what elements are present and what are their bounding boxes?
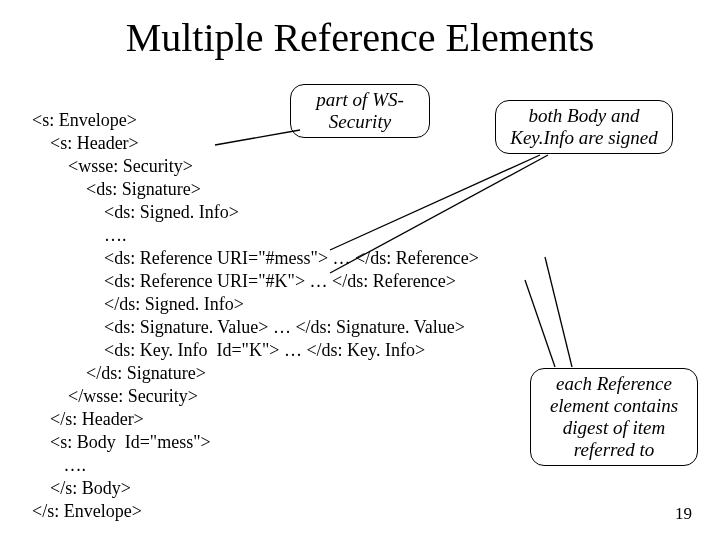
svg-line-3 — [545, 257, 572, 367]
code-line: <ds: Signature. Value> … </ds: Signature… — [32, 317, 465, 337]
code-line: <ds: Signature> — [32, 179, 201, 199]
slide: Multiple Reference Elements <s: Envelope… — [0, 0, 720, 540]
code-line: <s: Header> — [32, 133, 139, 153]
code-line: <ds: Signed. Info> — [32, 202, 239, 222]
svg-line-4 — [525, 280, 555, 367]
code-line: </s: Envelope> — [32, 501, 142, 521]
callout-each-reference: each Reference element contains digest o… — [530, 368, 698, 466]
code-line: </s: Header> — [32, 409, 144, 429]
code-line: <ds: Reference URI="#K"> … </ds: Referen… — [32, 271, 456, 291]
code-line: …. — [32, 455, 91, 475]
code-line: <ds: Key. Info Id="K"> … </ds: Key. Info… — [32, 340, 425, 360]
code-line: </ds: Signed. Info> — [32, 294, 244, 314]
code-line: …. — [32, 225, 131, 245]
page-number: 19 — [675, 504, 692, 524]
slide-title: Multiple Reference Elements — [0, 14, 720, 61]
code-line: <s: Envelope> — [32, 110, 137, 130]
code-line: <ds: Reference URI="#mess"> … </ds: Refe… — [32, 248, 479, 268]
callout-both-signed: both Body and Key.Info are signed — [495, 100, 673, 154]
code-line: <wsse: Security> — [32, 156, 193, 176]
code-line: </ds: Signature> — [32, 363, 206, 383]
code-line: <s: Body Id="mess"> — [32, 432, 211, 452]
xml-code-block: <s: Envelope> <s: Header> <wsse: Securit… — [32, 86, 479, 523]
code-line: </s: Body> — [32, 478, 131, 498]
callout-ws-security: part of WS- Security — [290, 84, 430, 138]
code-line: </wsse: Security> — [32, 386, 198, 406]
